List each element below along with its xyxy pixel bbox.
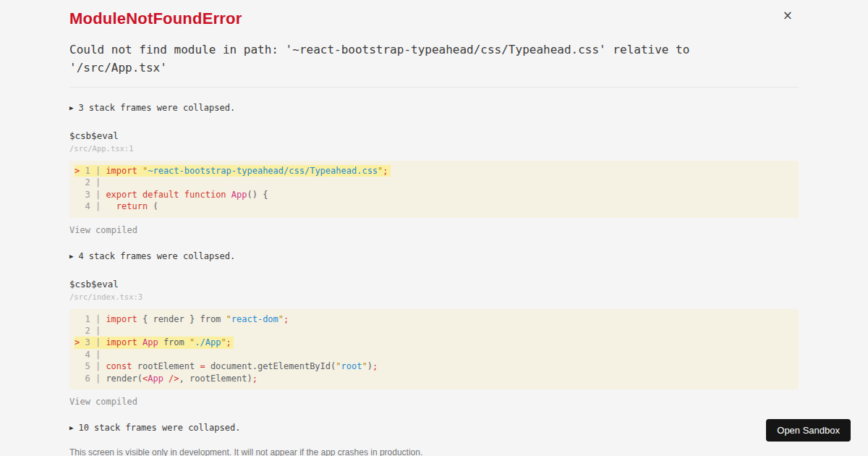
code-snippet: > 1 | import "~react-bootstrap-typeahead… bbox=[69, 161, 799, 218]
stack-collapse-toggle[interactable]: ▶4 stack frames were collapsed. bbox=[69, 251, 799, 261]
collapse-triangle-icon: ▶ bbox=[69, 424, 73, 431]
code-line: > 1 | import "~react-bootstrap-typeahead… bbox=[75, 165, 793, 177]
stack-section: ▶10 stack frames were collapsed. bbox=[69, 423, 799, 433]
divider bbox=[69, 87, 799, 88]
code-line: 4 | return ( bbox=[75, 200, 793, 212]
collapse-notice: 3 stack frames were collapsed. bbox=[78, 103, 235, 113]
collapse-triangle-icon: ▶ bbox=[69, 104, 73, 111]
code-line: 1 | import { render } from "react-dom"; bbox=[75, 313, 793, 325]
code-line: 6 | render(<App />, rootElement); bbox=[75, 373, 793, 384]
code-line: > 3 | import App from "./App"; bbox=[75, 337, 793, 348]
error-title: ModuleNotFoundError bbox=[69, 9, 799, 28]
frame-function-name: $csb$eval bbox=[69, 130, 799, 141]
code-snippet: 1 | import { render } from "react-dom"; … bbox=[69, 309, 799, 389]
collapse-triangle-icon: ▶ bbox=[69, 253, 73, 260]
collapse-notice: 4 stack frames were collapsed. bbox=[78, 251, 235, 261]
frame-location: /src/App.tsx:1 bbox=[69, 144, 799, 153]
view-compiled-link[interactable]: View compiled bbox=[69, 225, 137, 235]
stack-frames-container: ▶3 stack frames were collapsed.$csb$eval… bbox=[69, 103, 799, 433]
code-line: 5 | const rootElement = document.getElem… bbox=[75, 360, 793, 372]
close-icon[interactable]: × bbox=[783, 9, 793, 22]
code-line: 4 | bbox=[75, 349, 793, 360]
stack-collapse-toggle[interactable]: ▶3 stack frames were collapsed. bbox=[69, 103, 799, 113]
stack-collapse-toggle[interactable]: ▶10 stack frames were collapsed. bbox=[69, 423, 799, 433]
footer-note-dev-only: This screen is visible only in developme… bbox=[69, 447, 799, 456]
error-overlay: ModuleNotFoundError × Could not find mod… bbox=[69, 0, 799, 456]
stack-section: ▶4 stack frames were collapsed.$csb$eval… bbox=[69, 251, 799, 408]
frame-function-name: $csb$eval bbox=[69, 279, 799, 290]
overlay-header: ModuleNotFoundError × bbox=[69, 9, 799, 28]
code-line: 3 | export default function App() { bbox=[75, 189, 793, 200]
footer-notes: This screen is visible only in developme… bbox=[69, 447, 799, 456]
stack-section: ▶3 stack frames were collapsed.$csb$eval… bbox=[69, 103, 799, 236]
open-sandbox-button[interactable]: Open Sandbox bbox=[766, 419, 851, 442]
error-message: Could not find module in path: '~react-b… bbox=[69, 41, 749, 77]
frame-location: /src/index.tsx:3 bbox=[69, 292, 799, 301]
code-line: 2 | bbox=[75, 177, 793, 188]
collapse-notice: 10 stack frames were collapsed. bbox=[78, 423, 240, 433]
view-compiled-link[interactable]: View compiled bbox=[69, 397, 137, 407]
code-line: 2 | bbox=[75, 325, 793, 337]
